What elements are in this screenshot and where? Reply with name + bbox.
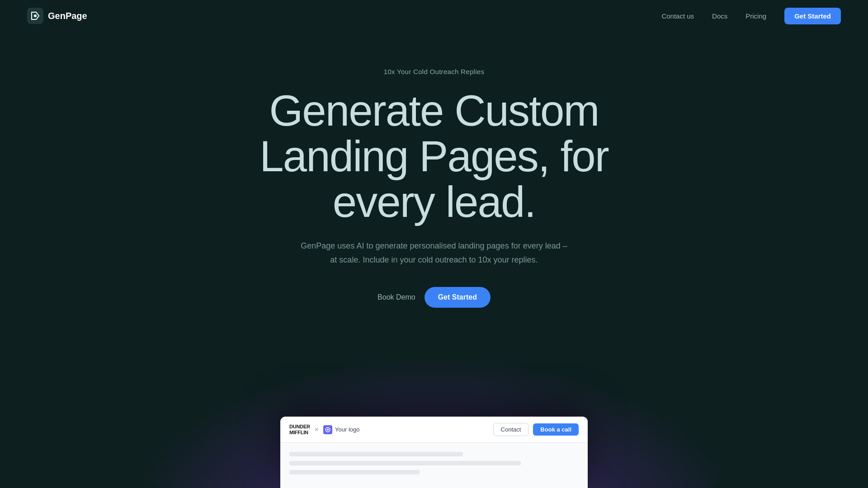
- preview-topbar: DUNDER MIFFLIN × Your logo Contact Bo: [280, 417, 588, 443]
- preview-line-1: [289, 452, 463, 456]
- preview-logo-area: DUNDER MIFFLIN × Your logo: [289, 424, 360, 435]
- preview-contact-button[interactable]: Contact: [493, 423, 529, 436]
- hero-section: 10x Your Cold Outreach Replies Generate …: [0, 32, 868, 308]
- dunder-mifflin-logo: DUNDER MIFFLIN: [289, 424, 310, 435]
- preview-book-call-button[interactable]: Book a call: [533, 423, 579, 436]
- svg-point-1: [34, 14, 37, 17]
- nav-docs[interactable]: Docs: [712, 12, 727, 20]
- hero-buttons: Book Demo Get Started: [377, 287, 491, 308]
- preview-content: [280, 443, 588, 488]
- logo-icon: [27, 8, 43, 24]
- preview-line-3: [289, 470, 420, 474]
- nav-pricing[interactable]: Pricing: [745, 12, 766, 20]
- logo-separator: ×: [315, 426, 319, 434]
- preview-window: DUNDER MIFFLIN × Your logo Contact Bo: [280, 417, 588, 488]
- preview-line-2: [289, 461, 521, 465]
- hero-tagline: 10x Your Cold Outreach Replies: [384, 68, 484, 75]
- logo: GenPage: [27, 8, 87, 24]
- preview-nav-buttons: Contact Book a call: [493, 423, 579, 436]
- book-demo-button[interactable]: Book Demo: [377, 293, 415, 301]
- nav-links: Contact us Docs Pricing Get Started: [661, 8, 841, 24]
- your-logo-label: Your logo: [335, 426, 359, 433]
- hero-get-started-button[interactable]: Get Started: [425, 287, 491, 308]
- nav-get-started-button[interactable]: Get Started: [784, 8, 841, 24]
- nav-contact-us[interactable]: Contact us: [661, 12, 694, 20]
- your-logo-area: Your logo: [323, 425, 359, 434]
- navbar: GenPage Contact us Docs Pricing Get Star…: [0, 0, 868, 32]
- hero-subtitle: GenPage uses AI to generate personalised…: [298, 239, 570, 267]
- hero-title: Generate Custom Landing Pages, for every…: [231, 88, 637, 225]
- brand-name: GenPage: [48, 11, 87, 21]
- preview-area: DUNDER MIFFLIN × Your logo Contact Bo: [280, 417, 588, 488]
- your-logo-icon: [323, 425, 332, 434]
